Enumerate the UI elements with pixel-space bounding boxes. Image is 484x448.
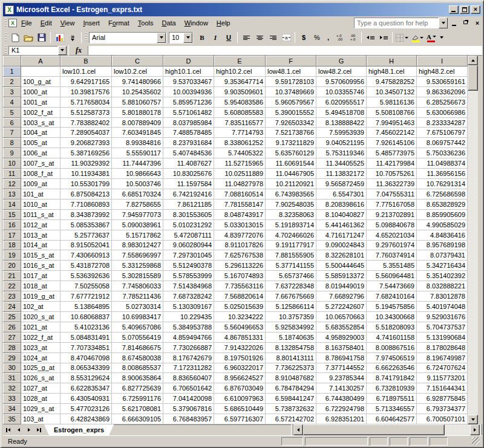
cell[interactable]: 8.553129624 xyxy=(60,373,112,383)
cell[interactable]: 7.297301045 xyxy=(163,250,214,261)
cell[interactable]: 10.68068837 xyxy=(60,312,112,322)
cell[interactable]: 8.163758401 xyxy=(316,343,367,353)
cell[interactable]: 9.297601974 xyxy=(367,241,417,251)
cell[interactable]: 1012_at xyxy=(21,220,60,230)
row-header[interactable]: 20 xyxy=(3,261,21,271)
cell[interactable]: 7.66892796 xyxy=(316,291,367,302)
cell[interactable]: 6.827725639 xyxy=(112,383,163,394)
cell[interactable]: low48.2.cel xyxy=(316,67,367,77)
cell[interactable]: 11.74447396 xyxy=(112,158,163,169)
cell[interactable]: 7.514384968 xyxy=(163,281,214,291)
column-header[interactable]: F xyxy=(266,56,316,67)
italic-button[interactable]: I xyxy=(209,31,221,44)
cell[interactable]: 5.512490378 xyxy=(163,261,214,271)
cell[interactable]: 10.3757359 xyxy=(266,312,316,322)
cell[interactable]: 10.5003746 xyxy=(112,179,163,189)
cell[interactable]: 9.191177917 xyxy=(266,241,316,251)
cell[interactable]: low10.1.cel xyxy=(60,67,112,77)
cell[interactable]: 11.04827978 xyxy=(214,179,266,189)
cell[interactable]: 8.343873992 xyxy=(60,210,112,220)
cell[interactable]: 4.84836416 xyxy=(417,230,468,241)
cell[interactable]: 8.208398616 xyxy=(316,200,367,210)
scroll-left-button[interactable] xyxy=(293,424,303,435)
cell[interactable]: 5.125866114 xyxy=(266,302,316,312)
cell[interactable]: 6.020955517 xyxy=(316,97,367,108)
cell[interactable]: 7.54473669 xyxy=(367,281,417,291)
cell[interactable]: 5.738732632 xyxy=(266,404,316,414)
cell[interactable]: 8.99384816 xyxy=(112,138,163,148)
cell[interactable]: 5.621708081 xyxy=(112,404,163,414)
align-left-button[interactable] xyxy=(240,31,252,44)
cell[interactable]: 6.597716307 xyxy=(214,414,266,424)
cell[interactable]: 6.928775845 xyxy=(417,394,468,404)
cell[interactable]: 5.085353867 xyxy=(60,220,112,230)
cell[interactable]: 100_g_at xyxy=(21,77,60,87)
cell[interactable]: 6.610097963 xyxy=(214,394,266,404)
cell[interactable]: 5.704737537 xyxy=(417,322,468,333)
cell[interactable]: 10.69983417 xyxy=(112,312,163,322)
sheet-nav-last-button[interactable] xyxy=(34,424,44,435)
cell[interactable]: 9.173211829 xyxy=(266,138,316,148)
cell[interactable]: 5.630066986 xyxy=(417,108,468,118)
decrease-indent-button[interactable] xyxy=(364,31,376,44)
row-header[interactable]: 24 xyxy=(3,302,21,312)
cell[interactable]: 6.768483957 xyxy=(163,414,214,424)
cell[interactable]: 9.115773201 xyxy=(417,373,468,383)
menu-item-view[interactable]: View xyxy=(56,18,79,28)
row-header[interactable]: 23 xyxy=(3,291,21,302)
cell[interactable]: 7.047555311 xyxy=(367,189,417,200)
row-header[interactable]: 16 xyxy=(3,220,21,230)
close-button[interactable]: × xyxy=(471,5,480,14)
cell[interactable]: 8.322628101 xyxy=(316,250,367,261)
name-box[interactable]: K1 xyxy=(8,46,58,55)
cell[interactable]: 8.653828929 xyxy=(417,200,468,210)
cell[interactable]: 5.025015639 xyxy=(214,302,266,312)
toolbar-overflow-button[interactable]: » xyxy=(67,31,79,44)
cell[interactable]: 8.069757442 xyxy=(417,138,468,148)
cell[interactable]: 5.351402392 xyxy=(417,271,468,281)
cell[interactable]: 6.5547301 xyxy=(316,189,367,200)
cell[interactable]: 4.990585029 xyxy=(417,220,468,230)
horizontal-scrollbar[interactable] xyxy=(293,424,480,435)
row-header[interactable]: 28 xyxy=(3,343,21,353)
bold-button[interactable]: B xyxy=(196,31,208,44)
cell[interactable]: high48.1.cel xyxy=(367,67,417,77)
cell[interactable]: 7.902548035 xyxy=(266,200,316,210)
cell[interactable]: 5.472087111 xyxy=(163,230,214,241)
cell[interactable]: 1014_at xyxy=(21,241,60,251)
cell[interactable]: 5.407484536 xyxy=(163,148,214,158)
cell[interactable]: 7.151644341 xyxy=(417,383,468,394)
cell[interactable]: 10.11934381 xyxy=(60,169,112,179)
menu-item-insert[interactable]: Insert xyxy=(79,18,104,28)
cell[interactable]: 1020_s_at xyxy=(21,312,60,322)
cell[interactable]: 1001_at xyxy=(21,97,60,108)
cell[interactable]: 5.15717862 xyxy=(112,230,163,241)
cell[interactable]: 10.39817576 xyxy=(60,87,112,97)
cell[interactable]: 5.18740635 xyxy=(266,333,316,343)
row-header[interactable]: 14 xyxy=(3,200,21,210)
cell[interactable]: 10.02511889 xyxy=(214,169,266,179)
cell[interactable]: 7.730266887 xyxy=(163,343,214,353)
cell[interactable]: 1009_at xyxy=(21,179,60,189)
cell[interactable]: 5.881060757 xyxy=(112,97,163,108)
cell[interactable]: 7.377144552 xyxy=(316,363,367,374)
row-header[interactable]: 21 xyxy=(3,271,21,281)
cell[interactable]: 8.176742679 xyxy=(163,353,214,363)
toolbar-grip[interactable] xyxy=(85,33,87,42)
cell[interactable]: 10.21120921 xyxy=(266,179,316,189)
cell[interactable]: 5.167074893 xyxy=(214,271,266,281)
cell[interactable]: 5.441461362 xyxy=(316,220,367,230)
cell[interactable]: 5.98116136 xyxy=(367,97,417,108)
workbook-restore-button[interactable] xyxy=(461,19,471,28)
open-button[interactable] xyxy=(22,31,34,44)
cell[interactable]: 11.34405525 xyxy=(316,158,367,169)
cell[interactable]: 9.213702891 xyxy=(367,210,417,220)
cell[interactable]: 5.272242607 xyxy=(316,302,367,312)
cell[interactable]: 5.585913372 xyxy=(316,271,367,281)
cell[interactable]: 6.718975511 xyxy=(367,394,417,404)
cell[interactable]: 10.37489669 xyxy=(266,87,316,97)
cell[interactable]: 6.622835347 xyxy=(60,383,112,394)
cell[interactable]: 6.743983565 xyxy=(266,189,316,200)
cell[interactable]: 5.485773975 xyxy=(367,148,417,158)
cell[interactable]: 7.82758655 xyxy=(112,200,163,210)
